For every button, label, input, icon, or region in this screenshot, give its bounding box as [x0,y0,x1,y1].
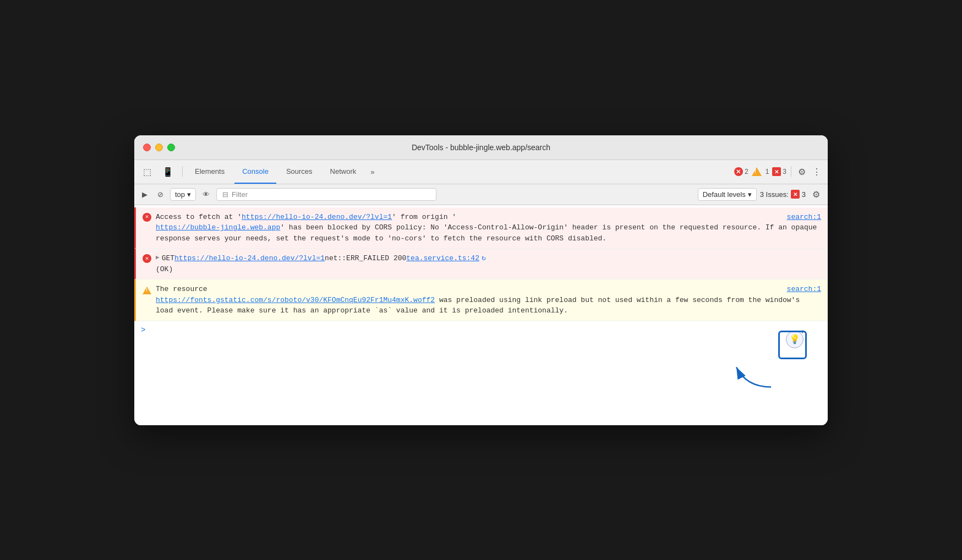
close-button[interactable] [143,144,151,151]
console-gear-icon: ⚙ [812,189,820,200]
title-bar: DevTools - bubble-jingle.web.app/search [134,135,828,160]
dropdown-icon: ▾ [187,190,191,199]
refresh-icon: ↻ [482,253,486,264]
issues-label: 3 Issues: [760,190,789,199]
font-url-link[interactable]: https://fonts.gstatic.com/s/roboto/v30/K… [156,296,435,304]
error-badge: ✕ 2 [734,167,748,176]
traffic-lights [143,144,175,151]
devtools-window: DevTools - bubble-jingle.web.app/search … [134,135,828,425]
tab-sources[interactable]: Sources [278,160,320,184]
filter-placeholder: Filter [232,190,248,199]
preload-warning-content: The resource search:1 https://fonts.gsta… [156,284,821,316]
get-url-link[interactable]: https://hello-io-24.deno.dev/?lvl=1 [174,253,325,264]
preload-font-link-row: https://fonts.gstatic.com/s/roboto/v30/K… [156,295,821,316]
eye-icon: 👁 [203,190,210,199]
main-toolbar: ⬚ 📱 Elements Console Sources Network » ✕… [134,160,828,184]
tab-network[interactable]: Network [323,160,364,184]
get-ok-text: (OK) [156,264,821,275]
sidebar-toggle-button[interactable]: ▶ [139,189,151,200]
expand-arrow[interactable]: ▶ [156,253,160,264]
filter-icon: ⊟ [222,190,228,199]
lightbulb-button-area: 💡 [786,331,804,348]
console-toolbar: ▶ ⊘ top ▾ 👁 ⊟ Filter Default levels ▾ 3 … [134,184,828,205]
console-content: ✕ Access to fetch at 'https://hello-io-2… [134,205,828,425]
warning-count: 1 [766,168,769,175]
console-entry-cors-error: ✕ Access to fetch at 'https://hello-io-2… [134,207,828,249]
console-content-wrapper: ✕ Access to fetch at 'https://hello-io-2… [134,205,828,425]
issues-error-icon: ✕ [791,190,800,199]
error-circle-icon: ✕ [143,213,151,222]
clear-console-button[interactable]: ⊘ [154,189,167,200]
warning-badge: 1 [752,167,769,176]
device-icon: 📱 [162,167,173,177]
log-level-selector[interactable]: Default levels ▾ [698,188,757,201]
live-expressions-button[interactable]: 👁 [199,189,213,200]
settings-icon[interactable]: ⚙ [796,164,808,179]
console-entry-preload-warning: The resource search:1 https://fonts.gsta… [134,279,828,321]
prompt-chevron: > [141,326,145,334]
cors-source-link-1[interactable]: search:1 [787,212,821,223]
console-entry-get-error: ✕ ▶ GET https://hello-io-24.deno.dev/?lv… [134,249,828,279]
badge-group: ✕ 2 1 ✕ 3 [734,167,786,176]
square-error-badge: ✕ 3 [772,167,786,176]
toolbar-divider-2 [791,166,791,177]
context-label: top [175,190,185,199]
more-tabs-button[interactable]: » [366,166,379,178]
cors-text-from: ' from origin ' [392,212,456,223]
cors-error-row: Access to fetch at 'https://hello-io-24.… [156,212,821,223]
get-error-content: ▶ GET https://hello-io-24.deno.dev/?lvl=… [156,253,821,274]
cors-text-before: Access to fetch at ' [156,212,242,223]
more-options-icon[interactable]: ⋮ [810,164,823,179]
square-error-count: 3 [783,168,786,175]
get-error-text: net::ERR_FAILED 200 [325,253,406,264]
default-levels-label: Default levels [703,190,746,199]
device-mode-button[interactable]: 📱 [158,164,178,179]
issues-badge: 3 Issues: ✕ 3 [760,190,806,199]
filter-input-container[interactable]: ⊟ Filter [216,188,436,201]
bubble-jingle-link[interactable]: https://bubble-jingle.web.app [156,223,280,232]
select-mode-button[interactable]: ⬚ [139,164,156,179]
console-prompt[interactable]: > [134,321,828,339]
error-circle-icon-2: ✕ [143,254,151,263]
warning-entry-icon [143,285,151,316]
get-error-row: ▶ GET https://hello-io-24.deno.dev/?lvl=… [156,253,821,264]
error-entry-icon-1: ✕ [143,213,151,244]
tab-elements[interactable]: Elements [187,160,232,184]
warning-icon [752,167,762,176]
resource-text-before: The resource [156,284,207,295]
select-icon: ⬚ [143,167,151,177]
cors-error-line2: https://bubble-jingle.web.app' has been … [156,222,821,244]
sidebar-icon: ▶ [142,190,147,199]
minimize-button[interactable] [155,144,163,151]
levels-dropdown-icon: ▾ [748,190,752,199]
square-error-icon: ✕ [772,167,781,176]
tea-service-link[interactable]: tea.service.ts:42 [406,253,479,264]
error-entry-icon-2: ✕ [143,254,151,274]
context-selector[interactable]: top ▾ [170,188,196,201]
warning-triangle-icon [143,287,151,294]
error-count: 2 [745,168,748,175]
tab-console[interactable]: Console [234,160,276,184]
maximize-button[interactable] [167,144,175,151]
cors-url-link[interactable]: https://hello-io-24.deno.dev/?lvl=1 [242,212,392,223]
issues-count: 3 [802,190,806,199]
cors-error-content: Access to fetch at 'https://hello-io-24.… [156,212,821,244]
error-icon: ✕ [734,167,743,176]
window-title: DevTools - bubble-jingle.web.app/search [412,143,550,152]
clear-icon: ⊘ [157,190,163,199]
console-settings-button[interactable]: ⚙ [809,188,823,201]
toolbar-divider [182,166,183,177]
preload-source-link[interactable]: search:1 [787,284,821,295]
get-label: GET [162,253,174,264]
preload-warning-row: The resource search:1 [156,284,821,295]
lightbulb-button[interactable]: 💡 [786,331,804,348]
